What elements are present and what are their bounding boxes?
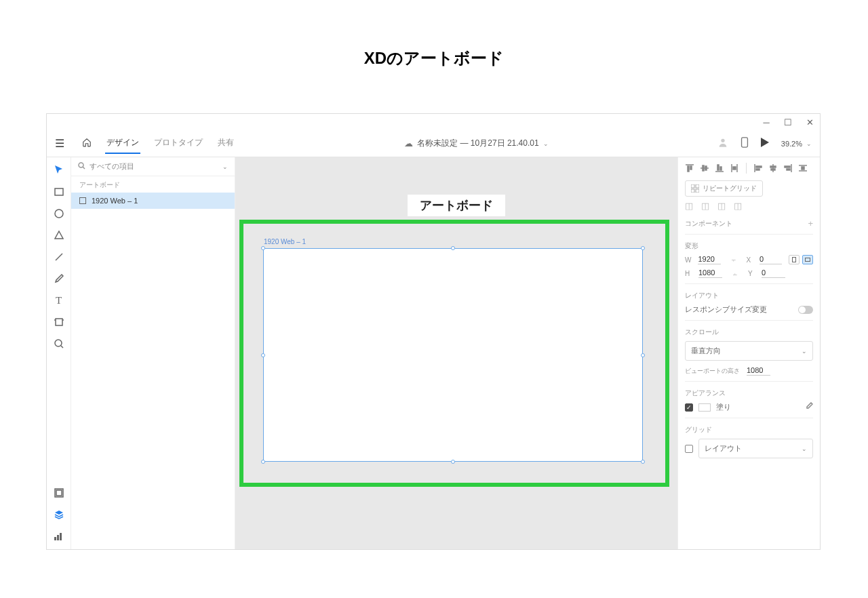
svg-rect-25 bbox=[720, 167, 722, 170]
layers-panel-icon[interactable] bbox=[53, 509, 65, 521]
polygon-tool-icon[interactable] bbox=[53, 229, 65, 241]
resize-handle[interactable] bbox=[261, 246, 265, 250]
line-tool-icon[interactable] bbox=[53, 251, 65, 263]
fill-color-swatch[interactable] bbox=[698, 403, 711, 412]
svg-rect-44 bbox=[696, 189, 699, 193]
tab-design[interactable]: デザイン bbox=[105, 133, 140, 154]
window-close-icon[interactable]: ✕ bbox=[805, 117, 814, 127]
annotation-label: アートボード bbox=[408, 195, 505, 216]
artboard-tool-icon[interactable] bbox=[53, 316, 65, 328]
svg-rect-21 bbox=[703, 165, 704, 171]
align-bottom-icon[interactable] bbox=[715, 163, 724, 173]
document-title-text: 名称未設定 ― 10月27日 21.40.01 bbox=[417, 138, 538, 149]
user-avatar-icon[interactable] bbox=[717, 137, 728, 150]
svg-rect-42 bbox=[696, 184, 699, 188]
eyedropper-icon[interactable] bbox=[805, 402, 813, 412]
window-minimize-icon[interactable]: ─ bbox=[762, 117, 771, 127]
boolean-exclude-icon[interactable]: ◫ bbox=[734, 201, 743, 210]
component-section-header: コンポーネント + bbox=[685, 218, 813, 228]
layout-section-header: レイアウト bbox=[685, 291, 813, 300]
orientation-portrait-button[interactable] bbox=[789, 255, 800, 264]
assets-panel-icon[interactable] bbox=[53, 487, 65, 499]
resize-handle[interactable] bbox=[451, 246, 455, 250]
artboard-name-label[interactable]: 1920 Web – 1 bbox=[264, 238, 306, 245]
distribute-v-icon[interactable] bbox=[730, 163, 739, 173]
lock-icon[interactable]: ⫠ bbox=[732, 270, 738, 277]
svg-rect-24 bbox=[717, 165, 719, 170]
svg-rect-43 bbox=[691, 189, 694, 193]
responsive-resize-toggle[interactable] bbox=[798, 306, 813, 314]
zoom-level[interactable]: 39.2% ⌄ bbox=[781, 140, 812, 148]
svg-rect-11 bbox=[56, 490, 62, 496]
hamburger-menu-icon[interactable]: ☰ bbox=[55, 137, 67, 150]
height-input[interactable]: 1080 bbox=[698, 268, 722, 278]
align-middle-h-icon[interactable] bbox=[700, 163, 709, 173]
boolean-subtract-icon[interactable]: ◫ bbox=[701, 201, 711, 210]
align-left-icon[interactable] bbox=[753, 163, 763, 173]
fill-label: 塗り bbox=[716, 402, 731, 412]
plugins-panel-icon[interactable] bbox=[53, 530, 65, 542]
artboard[interactable] bbox=[263, 248, 643, 462]
home-icon[interactable] bbox=[82, 138, 92, 149]
search-icon bbox=[78, 162, 85, 171]
distribute-h-icon[interactable] bbox=[798, 163, 808, 173]
svg-rect-33 bbox=[770, 166, 776, 167]
scroll-direction-select[interactable]: 垂直方向 ⌄ bbox=[685, 341, 813, 361]
document-title[interactable]: ☁ 名称未設定 ― 10月27日 21.40.01 ⌄ bbox=[235, 138, 717, 149]
svg-point-3 bbox=[55, 210, 63, 218]
chevron-down-icon: ⌄ bbox=[543, 140, 549, 147]
canvas[interactable]: アートボード 1920 Web – 1 bbox=[235, 157, 677, 549]
fill-checkbox[interactable]: ✓ bbox=[685, 403, 693, 412]
x-input[interactable]: 0 bbox=[760, 255, 782, 264]
tab-share[interactable]: 共有 bbox=[216, 133, 235, 154]
window-maximize-icon[interactable]: ☐ bbox=[783, 117, 793, 127]
viewport-height-input[interactable]: 1080 bbox=[747, 366, 770, 376]
ellipse-tool-icon[interactable] bbox=[53, 207, 65, 220]
add-component-icon[interactable]: + bbox=[808, 218, 813, 228]
play-icon[interactable] bbox=[761, 138, 769, 149]
orientation-landscape-button[interactable] bbox=[802, 255, 813, 264]
viewport-height-label: ビューポートの高さ bbox=[685, 367, 740, 376]
zoom-tool-icon[interactable] bbox=[53, 338, 65, 350]
artboard-icon bbox=[79, 197, 86, 204]
resize-handle[interactable] bbox=[451, 460, 455, 464]
svg-rect-19 bbox=[690, 166, 692, 170]
svg-rect-5 bbox=[56, 319, 62, 325]
layers-search[interactable]: すべての項目 ⌄ bbox=[71, 157, 235, 176]
x-label: X bbox=[747, 256, 753, 264]
window-titlebar: ─ ☐ ✕ bbox=[47, 114, 820, 130]
svg-rect-2 bbox=[55, 188, 63, 195]
y-input[interactable]: 0 bbox=[762, 268, 785, 278]
boolean-intersect-icon[interactable]: ◫ bbox=[717, 201, 727, 210]
width-input[interactable]: 1920 bbox=[698, 255, 720, 264]
align-right-icon[interactable] bbox=[783, 163, 793, 173]
repeat-grid-button[interactable]: リピートグリッド bbox=[685, 180, 763, 197]
grid-type-select[interactable]: レイアウト ⌄ bbox=[698, 439, 813, 458]
resize-handle[interactable] bbox=[261, 460, 265, 464]
svg-line-16 bbox=[83, 167, 85, 169]
layer-item-artboard[interactable]: 1920 Web – 1 bbox=[71, 193, 235, 209]
zoom-value: 39.2% bbox=[781, 140, 802, 148]
height-label: H bbox=[685, 270, 692, 277]
align-center-v-icon[interactable] bbox=[768, 163, 778, 173]
grid-checkbox[interactable] bbox=[685, 445, 693, 453]
align-top-icon[interactable] bbox=[685, 163, 694, 173]
repeat-grid-label: リピートグリッド bbox=[703, 184, 757, 193]
pen-tool-icon[interactable] bbox=[53, 273, 65, 285]
page-title: XDのアートボード bbox=[0, 0, 868, 69]
y-label: Y bbox=[748, 270, 755, 277]
device-preview-icon[interactable] bbox=[741, 137, 749, 150]
boolean-add-icon[interactable]: ◫ bbox=[685, 201, 694, 210]
rectangle-tool-icon[interactable] bbox=[53, 186, 65, 198]
svg-line-9 bbox=[61, 346, 63, 348]
resize-handle[interactable] bbox=[261, 353, 265, 357]
chevron-down-icon: ⌄ bbox=[806, 140, 812, 147]
resize-handle[interactable] bbox=[641, 353, 645, 357]
resize-handle[interactable] bbox=[641, 246, 645, 250]
text-tool-icon[interactable]: T bbox=[53, 294, 65, 306]
tab-prototype[interactable]: プロトタイプ bbox=[153, 133, 204, 154]
lock-icon[interactable]: ⫟ bbox=[730, 256, 737, 264]
resize-handle[interactable] bbox=[641, 460, 645, 464]
svg-rect-30 bbox=[756, 166, 762, 167]
select-tool-icon[interactable] bbox=[53, 164, 65, 176]
